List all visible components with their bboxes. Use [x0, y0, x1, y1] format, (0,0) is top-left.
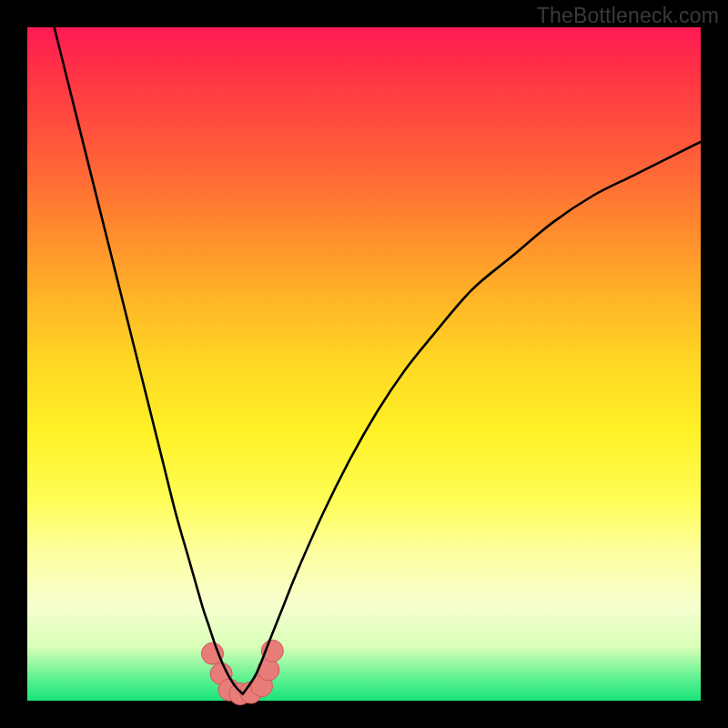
- sweet-spot-markers: [202, 640, 284, 704]
- chart-frame: TheBottleneck.com: [0, 0, 728, 728]
- curve-layer: [27, 27, 701, 701]
- sweet-spot-marker: [202, 642, 224, 664]
- watermark-text: TheBottleneck.com: [537, 4, 719, 28]
- curve-right-branch: [243, 142, 701, 694]
- plot-area: [27, 27, 701, 701]
- curve-left-branch: [55, 27, 243, 694]
